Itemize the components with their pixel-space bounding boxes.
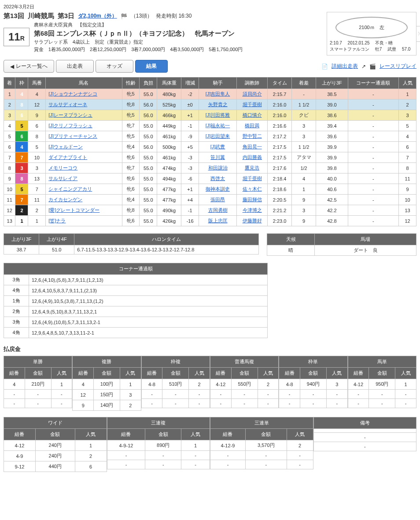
h-pop: 人気: [189, 368, 210, 379]
trainer-link[interactable]: 橋田満: [245, 123, 259, 128]
cell: 56.0: [140, 110, 157, 121]
cell: -3: [181, 163, 199, 173]
pay-amt: 440円: [35, 461, 75, 472]
h-kumi: 組番: [210, 368, 231, 379]
pay-kumi: 4-9-12: [107, 440, 145, 451]
cell: 2:17.5: [268, 142, 292, 152]
pay-pop: -: [287, 460, 313, 469]
trainer-link[interactable]: 角田晃一: [243, 144, 262, 149]
cell: 2:16.0: [268, 110, 292, 121]
pay-kumi: -: [348, 399, 369, 408]
trainer-link[interactable]: 佐々木仁: [243, 186, 262, 192]
jockey-link[interactable]: [J]福永祐一: [206, 123, 230, 128]
cell: 39.0: [316, 100, 348, 110]
horse-link[interactable]: [愛]グレートコマンダー: [48, 207, 99, 213]
cell: 55.0: [140, 152, 157, 163]
trainer-link[interactable]: 藤田輝信: [243, 197, 262, 202]
cell: 4: [399, 131, 416, 142]
trainer-link[interactable]: 内田勝義: [243, 155, 262, 160]
pay-type: 枠複: [141, 356, 210, 368]
cell: 55.0: [140, 195, 157, 205]
pay-amt: 100円: [94, 379, 120, 390]
trainer-link[interactable]: 須貝尚介: [243, 91, 262, 96]
cell: 40.6: [316, 184, 348, 195]
horse-link[interactable]: [J]ショウナンナデシコ: [48, 91, 97, 96]
pay-amt: -: [145, 451, 181, 460]
tab-result[interactable]: 結果: [135, 60, 168, 73]
cell: 牝6: [122, 216, 140, 226]
back-button[interactable]: ◀レース一覧へ: [4, 60, 54, 73]
horse-link[interactable]: [笠]ナラ: [48, 218, 66, 223]
trainer-link[interactable]: 鷹見浩: [245, 165, 259, 170]
cell: -: [348, 184, 398, 195]
jockey-link[interactable]: 御神本訓史: [206, 186, 230, 192]
col-header: 着: [4, 77, 15, 89]
pay-kumi: 9: [73, 400, 94, 411]
pay-kumi: -: [4, 399, 25, 408]
cell: 1: [292, 184, 316, 195]
horse-link[interactable]: [J]クリノフラッシュ: [48, 123, 92, 128]
tab-entry[interactable]: 出走表: [56, 60, 94, 73]
cell: 7: [399, 152, 416, 163]
pay-kumi: 12: [73, 390, 94, 400]
detail-link[interactable]: 詳細出走表: [332, 63, 358, 70]
col-header: 人気: [399, 77, 416, 89]
chevron-left-icon: ◀: [10, 63, 14, 70]
h-kumi: 組番: [73, 368, 94, 379]
cell: 477kg: [157, 195, 181, 205]
cell: 5: [399, 121, 416, 131]
cell: 角田晃一: [237, 142, 268, 152]
replay-link[interactable]: レースリプレイ: [379, 63, 416, 70]
cell: 12: [28, 100, 46, 110]
course-link[interactable]: ダ2,100m（外）: [78, 12, 117, 20]
rec-age: 牡7: [375, 47, 382, 52]
jockey-link[interactable]: [J]川田将雅: [206, 112, 230, 118]
col-header: 馬名: [46, 77, 122, 89]
jockey-link[interactable]: [J]岩田望来: [206, 133, 230, 139]
pay-pop: -: [326, 399, 347, 408]
horse-link[interactable]: [J]レーヌブランシュ: [48, 112, 92, 118]
jockey-link[interactable]: 阪上忠匡: [208, 218, 228, 223]
trainer-link[interactable]: 伊藤勝好: [243, 218, 262, 223]
cell: 3: [4, 110, 15, 121]
jockey-link[interactable]: 笹川翼: [210, 155, 225, 160]
pay-amt: 240円: [35, 440, 75, 451]
horse-link[interactable]: メモリーコウ: [48, 165, 77, 170]
doc-icon: 📄: [321, 63, 328, 70]
cell: 阪上忠匡: [199, 216, 237, 226]
pay-amt: -: [25, 390, 51, 399]
trainer-link[interactable]: 野中賢二: [243, 133, 262, 139]
jockey-link[interactable]: [J]吉田隼人: [206, 91, 230, 96]
pay-amt: -: [369, 399, 395, 408]
jockey-link[interactable]: 古岡勇樹: [208, 207, 228, 213]
trainer-link[interactable]: 橋口慎介: [243, 112, 262, 118]
corner-title: コーナー通過順: [4, 263, 268, 275]
h-amt: 金額: [145, 429, 181, 440]
horse-link[interactable]: サルサディオーネ: [48, 102, 87, 107]
cell: 牝8: [122, 205, 140, 216]
trainer-link[interactable]: 堀千亜樹: [243, 176, 262, 181]
h-pop: 人気: [326, 368, 347, 379]
jockey-link[interactable]: 張田昂: [210, 197, 225, 202]
cell: 6: [4, 142, 15, 152]
jockey-link[interactable]: 矢野貴之: [208, 102, 228, 107]
horse-link[interactable]: サルサレイア: [48, 176, 77, 181]
trainer-link[interactable]: 堀千亜樹: [243, 102, 262, 107]
trainer-link[interactable]: 今津博之: [243, 207, 262, 213]
horse-link[interactable]: カイカセンゲン: [48, 197, 82, 202]
horse-link[interactable]: [J]ウェルドーン: [48, 144, 83, 149]
horse-link[interactable]: [J]プリティーチャンス: [48, 133, 97, 139]
tab-odds[interactable]: オッズ: [96, 60, 133, 73]
h-kumi: 組番: [348, 368, 369, 379]
cell: 7: [28, 184, 46, 195]
horse-link[interactable]: ダイアナブライト: [48, 155, 87, 160]
cell: 39.9: [316, 152, 348, 163]
chevron-right-icon[interactable]: 〉: [416, 26, 420, 42]
cell: -1: [181, 205, 199, 216]
cell: 3: [399, 110, 416, 121]
jockey-link[interactable]: 和田譲治: [208, 165, 228, 170]
jockey-link[interactable]: [J]武豊: [210, 144, 225, 149]
pay-kumi: -: [210, 451, 246, 460]
jockey-link[interactable]: 西啓太: [210, 176, 225, 181]
horse-link[interactable]: シャイニングアカリ: [48, 186, 92, 192]
